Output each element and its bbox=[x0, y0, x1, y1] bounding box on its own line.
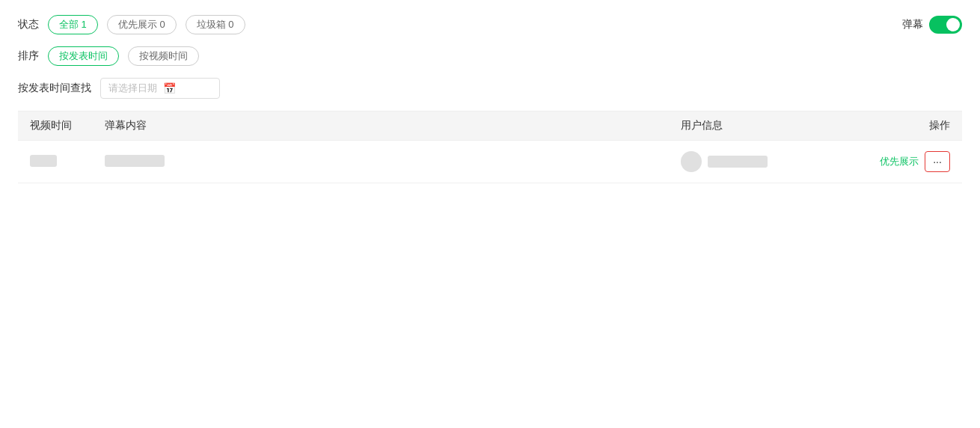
header-video-time: 视频时间 bbox=[30, 119, 105, 132]
date-input-wrap[interactable]: 请选择日期 📅 bbox=[100, 78, 220, 99]
sort-label: 排序 bbox=[18, 49, 39, 63]
sort-by-post-time[interactable]: 按发表时间 bbox=[48, 46, 119, 66]
cell-actions: 优先展示 ··· bbox=[875, 151, 950, 172]
table-header: 视频时间 弹幕内容 用户信息 操作 bbox=[18, 111, 962, 141]
content-placeholder bbox=[105, 155, 165, 167]
danmu-toggle-area: 弹幕 bbox=[902, 16, 962, 34]
header-user-info: 用户信息 bbox=[681, 119, 875, 132]
user-name-placeholder bbox=[708, 156, 768, 168]
tab-all[interactable]: 全部 1 bbox=[48, 15, 98, 34]
sort-row: 排序 按发表时间 按视频时间 bbox=[18, 46, 962, 66]
sort-by-video-time[interactable]: 按视频时间 bbox=[128, 46, 199, 66]
date-search-row: 按发表时间查找 请选择日期 📅 bbox=[18, 78, 962, 99]
danmu-toggle-switch[interactable] bbox=[929, 16, 962, 34]
date-search-label: 按发表时间查找 bbox=[18, 82, 91, 95]
calendar-icon: 📅 bbox=[163, 82, 176, 94]
status-label: 状态 bbox=[18, 18, 39, 31]
date-placeholder: 请选择日期 bbox=[108, 82, 157, 95]
cell-danmu-content bbox=[105, 155, 681, 169]
priority-button[interactable]: 优先展示 bbox=[880, 155, 919, 168]
tab-trash[interactable]: 垃圾箱 0 bbox=[186, 15, 245, 34]
more-button[interactable]: ··· bbox=[925, 151, 950, 172]
danmu-toggle-label: 弹幕 bbox=[902, 18, 923, 31]
header-danmu-content: 弹幕内容 bbox=[105, 119, 681, 132]
video-time-placeholder bbox=[30, 155, 57, 167]
header-actions: 操作 bbox=[875, 119, 950, 132]
cell-user-info bbox=[681, 151, 875, 172]
table-row: 优先展示 ··· bbox=[18, 141, 962, 183]
tab-priority[interactable]: 优先展示 0 bbox=[107, 15, 177, 34]
status-row: 状态 全部 1 优先展示 0 垃圾箱 0 弹幕 bbox=[18, 15, 962, 34]
cell-video-time bbox=[30, 155, 105, 169]
user-avatar-placeholder bbox=[681, 151, 702, 172]
